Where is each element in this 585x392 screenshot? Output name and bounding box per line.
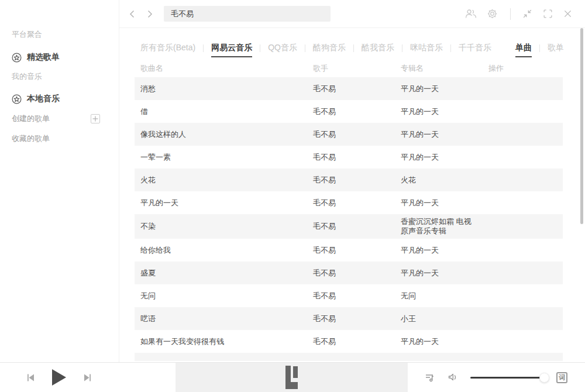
volume-icon[interactable] [448,372,458,383]
table-row[interactable]: 借 毛不易 平凡的一天 [135,100,563,123]
tab-separator [539,44,540,52]
song-artist: 毛不易 [313,152,401,163]
play-button[interactable] [51,369,67,386]
song-album: 小王 [401,311,488,326]
song-album: 平凡的一天 [401,334,488,349]
table-body: 消愁 毛不易 平凡的一天 借 毛不易 平凡的一天 像我这样的人 毛不易 平凡的一… [135,77,563,353]
tab-separator [353,44,354,52]
table-row[interactable]: 消愁 毛不易 平凡的一天 [135,77,563,100]
song-title: 不染 [135,221,313,232]
add-playlist-button[interactable] [91,114,100,123]
song-album: 平凡的一天 [401,104,488,119]
column-header-action: 操作 [488,63,563,74]
table-row[interactable]: 盛夏 毛不易 平凡的一天 [135,262,563,284]
song-album: 平凡的一天 [401,127,488,142]
sidebar-item-label: 本地音乐 [27,94,60,104]
song-album: 平凡的一天 [401,81,488,97]
song-title: 消愁 [135,84,313,94]
source-tab-6[interactable]: 千千音乐 [459,43,491,53]
sidebar-item-favorited-playlists[interactable]: 收藏的歌单 [12,133,100,144]
main-area: 所有音乐(Beta)网易云音乐QQ音乐酷狗音乐酷我音乐咪咕音乐千千音乐 单曲歌单… [119,0,585,362]
mini-mode-icon[interactable] [521,8,534,20]
previous-track-button[interactable] [26,373,36,383]
song-artist: 毛不易 [313,268,401,278]
song-artist: 毛不易 [313,106,401,117]
song-title: 给你给我 [135,245,313,256]
tab-separator [203,44,204,52]
song-artist: 毛不易 [313,291,401,301]
player-secondary-controls: 词 [425,363,585,392]
song-title: 呓语 [135,314,313,324]
song-artist: 毛不易 [313,221,401,232]
table-row[interactable]: 给你给我 毛不易 平凡的一天 [135,239,563,262]
tab-separator [260,44,260,52]
sidebar-item-created-playlists[interactable]: 创建的歌单 [12,114,100,124]
result-type-tab-0[interactable]: 单曲 [515,43,532,53]
settings-gear-icon[interactable] [486,8,498,20]
source-tab-2[interactable]: QQ音乐 [268,43,297,53]
source-tab-4[interactable]: 酷我音乐 [362,43,394,53]
listen1-logo [285,366,298,389]
table-row[interactable]: 无问 毛不易 无问 [135,284,563,307]
song-title: 无问 [135,291,313,301]
star-circle-icon [12,94,22,104]
table-row[interactable]: 如果有一天我变得很有钱 毛不易 平凡的一天 [135,330,563,353]
close-icon[interactable] [562,8,573,19]
table-row[interactable]: 像我这样的人 毛不易 平凡的一天 [135,123,563,146]
back-button[interactable] [125,7,139,21]
table-row[interactable]: 平凡的一天 毛不易 平凡的一天 [135,191,563,214]
volume-knob[interactable] [539,373,549,383]
result-type-tab-1[interactable]: 歌单 [548,43,564,53]
topbar-divider [510,8,511,20]
song-table: 歌曲名 歌手 专辑名 操作 消愁 毛不易 平凡的一天 借 毛不易 平凡的一天 像… [135,60,563,361]
sidebar-item-label: 创建的歌单 [12,114,50,124]
table-row[interactable]: 火花 毛不易 火花 [135,169,563,191]
tab-separator [402,44,402,52]
source-tab-3[interactable]: 酷狗音乐 [313,43,346,53]
song-album: 平凡的一天 [401,243,488,258]
song-album: 无问 [401,288,488,304]
song-title: 平凡的一天 [135,198,313,208]
sidebar-section-my-music: 我的音乐 [12,71,119,82]
song-artist: 毛不易 [313,336,401,347]
tab-separator [305,44,305,52]
next-track-button[interactable] [82,373,92,383]
song-album: 平凡的一天 [401,195,488,211]
sidebar-item-label: 收藏的歌单 [12,133,50,144]
now-playing-panel [176,363,408,392]
song-album: 香蜜沉沉烬如霜 电视原声音乐专辑 [401,214,488,239]
topbar [119,0,585,28]
song-artist: 毛不易 [313,245,401,256]
sidebar: 平台聚合 精选歌单 我的音乐 本地音乐 创建的歌单 收藏的歌单 [0,0,119,362]
star-circle-icon [12,53,22,63]
column-header-title: 歌曲名 [135,63,313,74]
source-tab-1[interactable]: 网易云音乐 [211,43,252,53]
table-row[interactable]: 一荤一素 毛不易 平凡的一天 [135,146,563,169]
sidebar-section-platform: 平台聚合 [12,29,119,40]
volume-slider[interactable] [470,377,544,379]
lyrics-toggle-button[interactable]: 词 [556,372,567,383]
sidebar-item-local-music[interactable]: 本地音乐 [12,94,119,104]
search-input[interactable] [164,6,331,22]
column-header-artist: 歌手 [313,63,401,74]
forward-button[interactable] [143,7,157,21]
result-type-tabs: 单曲歌单 [515,43,564,53]
song-title: 一荤一素 [135,152,313,163]
users-icon[interactable] [464,8,478,20]
fullscreen-icon[interactable] [542,8,554,20]
source-tab-0[interactable]: 所有音乐(Beta) [140,43,195,53]
scrollbar-thumb[interactable] [580,28,583,224]
play-queue-icon[interactable] [425,372,435,383]
sidebar-item-featured-playlists[interactable]: 精选歌单 [12,52,119,63]
song-artist: 毛不易 [313,175,401,185]
song-artist: 毛不易 [313,314,401,324]
table-row[interactable]: 不染 毛不易 香蜜沉沉烬如霜 电视原声音乐专辑 [135,214,563,239]
player-transport-controls [0,363,92,392]
song-album: 平凡的一天 [401,150,488,165]
song-title: 如果有一天我变得很有钱 [135,336,313,347]
table-row-partial[interactable] [135,353,563,361]
song-album: 平凡的一天 [401,266,488,281]
source-tab-5[interactable]: 咪咕音乐 [410,43,443,53]
tab-separator [450,44,451,52]
table-row[interactable]: 呓语 毛不易 小王 [135,307,563,330]
